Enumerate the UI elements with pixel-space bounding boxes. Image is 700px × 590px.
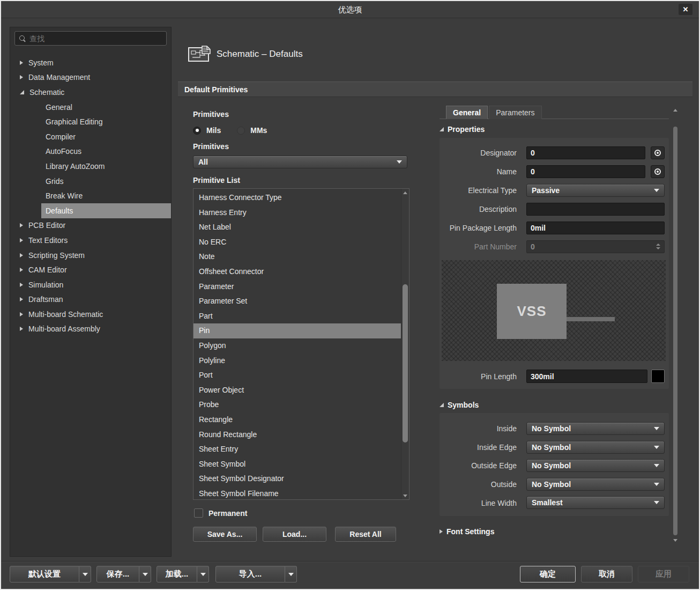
list-item[interactable]: Parameter xyxy=(193,279,401,294)
list-item[interactable]: Sheet Symbol xyxy=(193,457,401,472)
collapsed-arrow-icon[interactable] xyxy=(20,238,23,242)
scrollbar-thumb[interactable] xyxy=(403,284,408,442)
sidebar-item-multi-board-schematic[interactable]: Multi-board Schematic xyxy=(10,307,171,322)
reset-all-button[interactable]: Reset All xyxy=(335,527,396,542)
list-item[interactable]: Port xyxy=(193,368,401,383)
scroll-up-icon[interactable] xyxy=(672,106,679,114)
line-width-dropdown[interactable]: Smallest xyxy=(526,496,665,509)
sidebar-item-general[interactable]: General xyxy=(41,100,171,115)
scroll-up-icon[interactable] xyxy=(401,189,409,196)
footer-save-button[interactable]: 保存... xyxy=(96,566,139,582)
expanded-arrow-icon[interactable] xyxy=(20,90,24,94)
save-dropdown[interactable] xyxy=(139,566,151,582)
scrollbar-thumb[interactable] xyxy=(673,127,677,535)
designator-visibility-button[interactable] xyxy=(651,146,665,159)
default-settings-button[interactable]: 默认设置 xyxy=(10,566,79,582)
sidebar-item-label: Text Editors xyxy=(28,236,68,245)
list-item[interactable]: Harness Entry xyxy=(193,205,401,220)
cancel-button[interactable]: 取消 xyxy=(581,566,632,582)
sidebar-item-multi-board-assembly[interactable]: Multi-board Assembly xyxy=(10,322,171,337)
collapsed-arrow-icon[interactable] xyxy=(20,312,23,316)
primitive-list-scrollbar[interactable] xyxy=(401,189,409,499)
inside-dropdown[interactable]: No Symbol xyxy=(526,422,665,435)
list-item[interactable]: Sheet Symbol Designator xyxy=(193,471,401,486)
permanent-checkbox[interactable] xyxy=(194,508,203,518)
list-item[interactable]: Rectangle xyxy=(193,412,401,427)
list-item[interactable]: Part xyxy=(193,309,401,324)
list-item[interactable]: No ERC xyxy=(193,235,401,250)
collapsed-arrow-icon[interactable] xyxy=(20,268,23,272)
font-settings-section-header[interactable]: Font Settings xyxy=(440,527,494,536)
list-item[interactable]: Sheet Symbol Filename xyxy=(193,486,401,500)
load-button[interactable]: Load... xyxy=(263,527,326,542)
scroll-down-icon[interactable] xyxy=(401,492,409,499)
list-item[interactable]: Harness Connector Type xyxy=(193,190,401,205)
sidebar-item-graphical-editing[interactable]: Graphical Editing xyxy=(41,114,171,129)
collapsed-arrow-icon[interactable] xyxy=(20,223,23,227)
list-item[interactable]: Round Rectangle xyxy=(193,427,401,442)
footer-load-button[interactable]: 加载... xyxy=(157,566,197,582)
designator-input[interactable] xyxy=(526,146,645,159)
radio-mms[interactable] xyxy=(237,127,245,135)
list-item[interactable]: Pin xyxy=(193,323,401,338)
sidebar-item-grids[interactable]: Grids xyxy=(41,174,171,189)
load-dropdown[interactable] xyxy=(197,566,209,582)
list-item[interactable]: Note xyxy=(193,249,401,264)
sidebar-item-text-editors[interactable]: Text Editors xyxy=(10,233,171,248)
description-input[interactable] xyxy=(526,203,665,216)
sidebar-item-schematic[interactable]: Schematic xyxy=(10,85,171,100)
outside-edge-dropdown[interactable]: No Symbol xyxy=(526,459,665,472)
pin-color-swatch[interactable] xyxy=(651,370,665,383)
scroll-down-icon[interactable] xyxy=(672,536,679,544)
sidebar-item-pcb-editor[interactable]: PCB Editor xyxy=(10,218,171,233)
electrical-type-dropdown[interactable]: Passive xyxy=(526,184,665,197)
outside-dropdown[interactable]: No Symbol xyxy=(526,478,665,491)
list-item[interactable]: Parameter Set xyxy=(193,294,401,309)
pin-length-input[interactable] xyxy=(526,370,647,383)
list-item[interactable]: Offsheet Connector xyxy=(193,264,401,279)
sidebar-item-autofocus[interactable]: AutoFocus xyxy=(41,144,171,159)
ok-button[interactable]: 确定 xyxy=(520,566,576,582)
collapsed-arrow-icon[interactable] xyxy=(20,327,23,331)
list-item[interactable]: Net Label xyxy=(193,220,401,235)
list-item[interactable]: Power Object xyxy=(193,383,401,398)
sidebar-item-cam-editor[interactable]: CAM Editor xyxy=(10,262,171,277)
sidebar-item-scripting-system[interactable]: Scripting System xyxy=(10,248,171,263)
tab-parameters[interactable]: Parameters xyxy=(489,106,541,119)
radio-mils[interactable] xyxy=(193,127,201,135)
inside-edge-dropdown[interactable]: No Symbol xyxy=(526,441,665,454)
list-item[interactable]: Sheet Entry xyxy=(193,442,401,457)
list-item[interactable]: Probe xyxy=(193,397,401,412)
sidebar-item-system[interactable]: System xyxy=(10,55,171,70)
search-input[interactable] xyxy=(29,34,162,43)
sidebar-item-library-autozoom[interactable]: Library AutoZoom xyxy=(41,159,171,174)
sidebar-item-simulation[interactable]: Simulation xyxy=(10,277,171,292)
sidebar-item-break-wire[interactable]: Break Wire xyxy=(41,188,171,203)
properties-section-header[interactable]: Properties xyxy=(440,125,485,134)
detail-scrollbar[interactable] xyxy=(672,106,679,544)
pin-package-length-input[interactable] xyxy=(526,222,665,234)
collapsed-arrow-icon[interactable] xyxy=(20,61,23,65)
search-box[interactable] xyxy=(14,31,167,46)
close-button[interactable]: ✕ xyxy=(679,4,692,15)
save-as-button[interactable]: Save As... xyxy=(193,527,257,542)
sidebar-item-data-management[interactable]: Data Management xyxy=(10,70,171,85)
name-visibility-button[interactable] xyxy=(651,165,665,178)
default-settings-dropdown[interactable] xyxy=(79,566,91,582)
list-item[interactable]: Polygon xyxy=(193,338,401,353)
tab-general[interactable]: General xyxy=(446,106,488,119)
name-input[interactable] xyxy=(526,165,645,178)
collapsed-arrow-icon[interactable] xyxy=(20,283,23,287)
import-dropdown[interactable] xyxy=(285,566,297,582)
sidebar-item-label: Multi-board Schematic xyxy=(28,310,103,319)
collapsed-arrow-icon[interactable] xyxy=(20,297,23,301)
sidebar-item-draftsman[interactable]: Draftsman xyxy=(10,292,171,307)
primitives-filter-dropdown[interactable]: All xyxy=(193,156,407,168)
sidebar-item-compiler[interactable]: Compiler xyxy=(41,129,171,144)
collapsed-arrow-icon[interactable] xyxy=(20,75,23,79)
import-button[interactable]: 导入... xyxy=(215,566,285,582)
symbols-section-header[interactable]: Symbols xyxy=(440,401,479,409)
sidebar-item-defaults[interactable]: Defaults xyxy=(41,203,171,218)
list-item[interactable]: Polyline xyxy=(193,353,401,368)
collapsed-arrow-icon[interactable] xyxy=(20,253,23,257)
